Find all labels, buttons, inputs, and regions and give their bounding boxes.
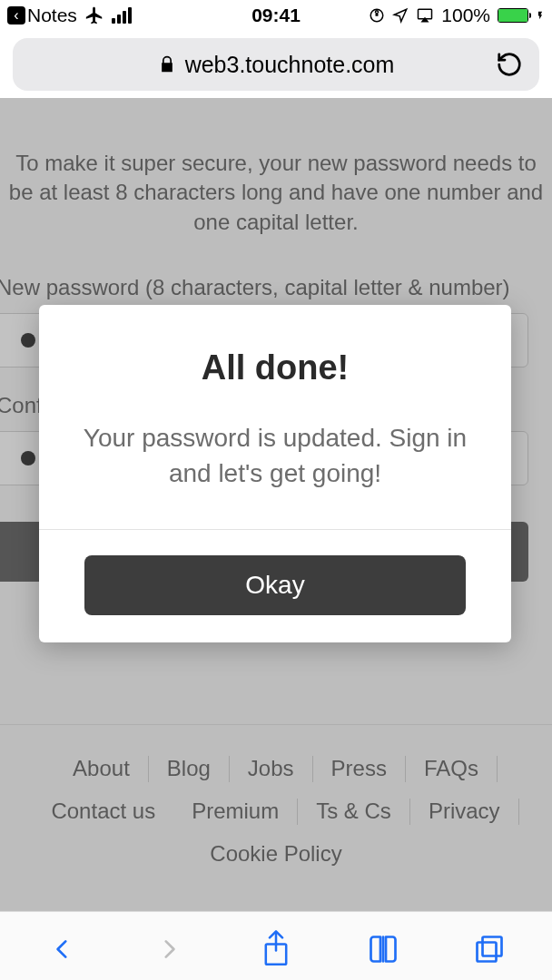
- signal-icon: [112, 7, 132, 24]
- back-button[interactable]: [43, 929, 83, 969]
- airplane-mode-icon: [84, 5, 104, 25]
- modal-title: All done!: [75, 348, 475, 387]
- battery-percent: 100%: [441, 5, 490, 26]
- reload-button[interactable]: [496, 51, 523, 78]
- bookmarks-button[interactable]: [363, 929, 403, 969]
- battery-icon: [498, 8, 528, 23]
- forward-button: [149, 929, 189, 969]
- svg-rect-4: [483, 936, 502, 956]
- status-time: 09:41: [251, 5, 301, 26]
- address-bar[interactable]: web3.touchnote.com: [13, 38, 539, 91]
- page: To make it super secure, your new passwo…: [0, 98, 552, 911]
- tabs-button[interactable]: [469, 929, 509, 969]
- confirmation-modal: All done! Your password is updated. Sign…: [39, 305, 511, 642]
- svg-rect-5: [478, 942, 497, 961]
- charging-icon: [536, 7, 545, 24]
- modal-message: Your password is updated. Sign in and le…: [75, 420, 475, 491]
- orientation-lock-icon: [369, 7, 385, 24]
- browser-address-wrap: web3.touchnote.com: [0, 31, 552, 98]
- share-button[interactable]: [256, 929, 296, 969]
- status-bar: ‹ Notes 09:41 100%: [0, 0, 552, 31]
- location-icon: [392, 7, 409, 24]
- back-to-app[interactable]: ‹ Notes: [7, 5, 77, 26]
- url-host: web3.touchnote.com: [185, 52, 395, 78]
- browser-toolbar: [0, 911, 552, 980]
- chevron-left-icon: ‹: [7, 6, 25, 24]
- okay-button[interactable]: Okay: [84, 555, 466, 615]
- back-app-label: Notes: [27, 5, 77, 26]
- lock-icon: [158, 54, 176, 75]
- airplay-icon: [416, 7, 434, 24]
